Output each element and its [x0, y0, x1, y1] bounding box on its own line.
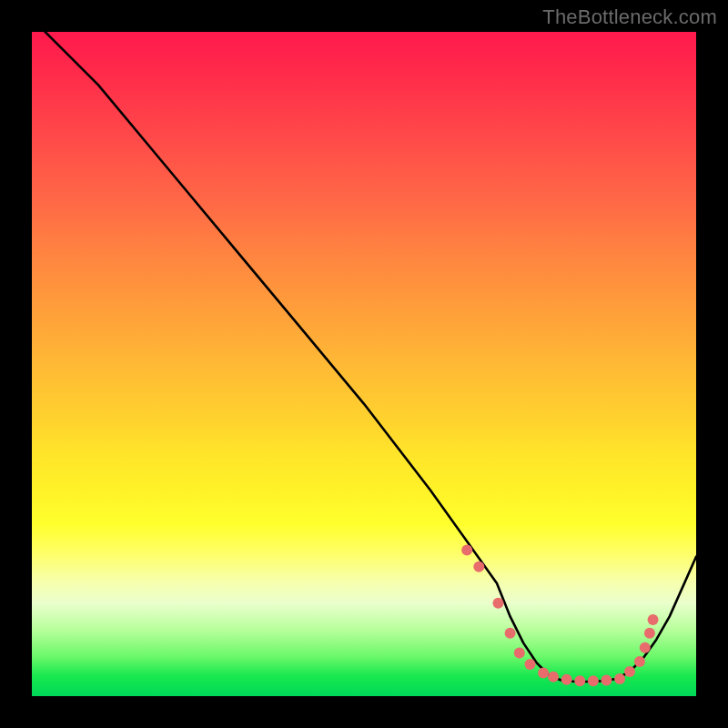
curve-marker — [614, 673, 625, 684]
curve-marker — [492, 598, 503, 609]
plot-area — [32, 32, 696, 696]
curve-marker — [634, 656, 645, 667]
curve-marker — [648, 614, 659, 625]
curve-marker — [601, 674, 612, 685]
curve-layer — [32, 32, 696, 696]
curve-marker — [514, 648, 525, 659]
curve-marker — [644, 628, 655, 639]
bottleneck-curve — [32, 32, 696, 682]
curve-marker — [505, 628, 516, 639]
curve-marker — [525, 659, 536, 670]
watermark-text: TheBottleneck.com — [542, 5, 717, 29]
curve-marker — [538, 667, 549, 678]
curve-marker — [461, 544, 472, 555]
curve-markers — [461, 544, 658, 686]
curve-marker — [561, 674, 572, 685]
curve-marker — [548, 672, 559, 682]
curve-marker — [574, 675, 585, 686]
curve-marker — [640, 642, 651, 653]
curve-marker — [624, 666, 635, 677]
curve-marker — [473, 561, 484, 572]
chart-stage: TheBottleneck.com — [0, 0, 728, 728]
curve-marker — [588, 675, 599, 686]
